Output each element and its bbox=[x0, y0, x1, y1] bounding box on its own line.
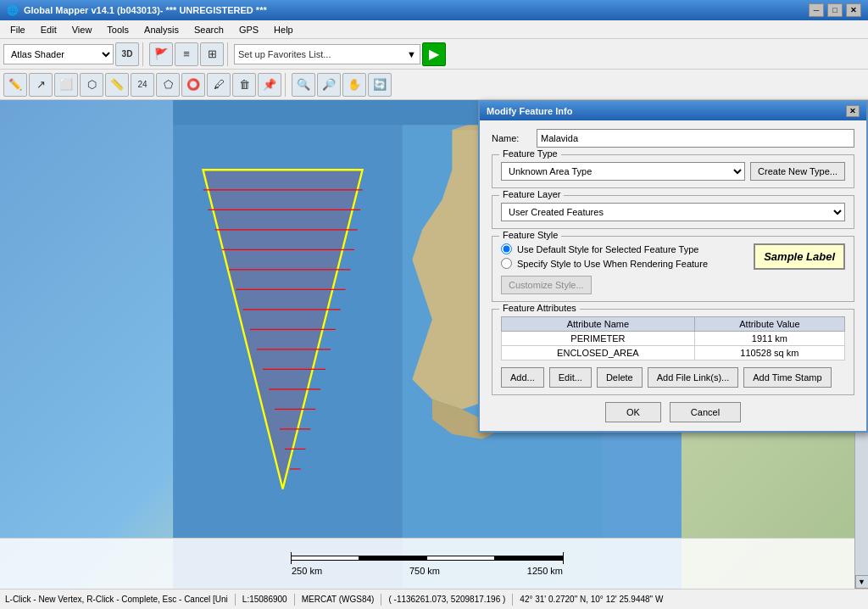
status-sep-4 bbox=[512, 594, 513, 606]
tb-polygon-tool[interactable]: ⬠ bbox=[156, 73, 180, 97]
dialog-title: Modify Feature Info bbox=[487, 106, 572, 116]
radio-custom-style-label: Specify Style to Use When Rendering Feat… bbox=[517, 259, 708, 269]
feature-attributes-group-label: Feature Attributes bbox=[499, 303, 580, 313]
toolbar-row-1: ✏️ ↗ ⬜ ⬡ 📏 24 ⬠ ⭕ 🖊 🗑 📌 🔍 🔎 ✋ 🔄 bbox=[0, 70, 868, 100]
add-attribute-button[interactable]: Add... bbox=[501, 367, 544, 388]
feature-type-group: Feature Type Unknown Area Type Create Ne… bbox=[492, 154, 854, 188]
radio-default-style-label: Use Default Style for Selected Feature T… bbox=[517, 244, 698, 254]
radio-custom-style[interactable] bbox=[501, 258, 512, 269]
ok-cancel-row: OK Cancel bbox=[492, 402, 854, 422]
menu-file[interactable]: File bbox=[3, 23, 32, 36]
add-time-stamp-button[interactable]: Add Time Stamp bbox=[743, 367, 831, 388]
close-button[interactable]: ✕ bbox=[846, 3, 861, 17]
feature-layer-row: User Created Features bbox=[501, 203, 845, 221]
attr-value-1: 1911 km bbox=[694, 332, 844, 346]
tb-marker-tool[interactable]: 📌 bbox=[258, 73, 281, 97]
dialog-title-bar: Modify Feature Info ✕ bbox=[480, 102, 866, 120]
tb-circle-tool[interactable]: ⭕ bbox=[181, 73, 205, 97]
feature-layer-group: Feature Layer User Created Features bbox=[492, 195, 854, 229]
menu-gps[interactable]: GPS bbox=[232, 23, 265, 36]
status-coords: ( -1136261.073, 5209817.196 ) bbox=[388, 595, 505, 604]
app-title: Global Mapper v14.1 (b043013)- *** UNREG… bbox=[24, 5, 267, 15]
table-row: PERIMETER 1911 km bbox=[502, 332, 845, 346]
customize-style-button[interactable]: Customize Style... bbox=[501, 276, 592, 294]
status-bar: L-Click - New Vertex, R-Click - Complete… bbox=[0, 589, 868, 609]
tb-paint-tool[interactable]: 🖊 bbox=[207, 73, 231, 97]
radio-row-1: Use Default Style for Selected Feature T… bbox=[501, 243, 738, 254]
scale-bar: 250 km 750 km 1250 km bbox=[0, 538, 854, 589]
attributes-table: Attribute Name Attribute Value PERIMETER… bbox=[501, 316, 845, 360]
name-input[interactable] bbox=[537, 129, 854, 148]
menu-search[interactable]: Search bbox=[187, 23, 231, 36]
toolbar-separator-2 bbox=[227, 42, 231, 66]
tb-select-tool[interactable]: ✏️ bbox=[3, 73, 27, 97]
feature-type-row: Unknown Area Type Create New Type... bbox=[501, 162, 845, 181]
tb-measure-tool[interactable]: 📏 bbox=[105, 73, 129, 97]
attr-col-value-header: Attribute Value bbox=[694, 317, 844, 332]
feature-type-combo[interactable]: Unknown Area Type bbox=[501, 162, 745, 181]
create-new-type-button[interactable]: Create New Type... bbox=[750, 162, 845, 181]
delete-attribute-button[interactable]: Delete bbox=[597, 367, 643, 388]
sample-label-box: Sample Label bbox=[754, 243, 845, 270]
menu-edit[interactable]: Edit bbox=[34, 23, 64, 36]
attr-name-1: PERIMETER bbox=[502, 332, 695, 346]
feature-attributes-group: Feature Attributes Attribute Name Attrib… bbox=[492, 309, 854, 395]
tb-rotate-tool[interactable]: 🔄 bbox=[368, 73, 392, 97]
tb-number-tool[interactable]: 24 bbox=[131, 73, 154, 97]
dialog-close-button[interactable]: ✕ bbox=[846, 105, 860, 117]
favorites-label: Set up Favorites List... bbox=[238, 49, 403, 59]
favorites-dropdown-icon[interactable]: ▼ bbox=[407, 49, 416, 59]
tb-pan-tool[interactable]: ✋ bbox=[342, 73, 366, 97]
tb-edit-tool[interactable]: ↗ bbox=[29, 73, 53, 97]
status-scale: L:15086900 bbox=[242, 595, 287, 604]
tb-3d-button[interactable]: 3D bbox=[115, 42, 139, 66]
play-button[interactable]: ▶ bbox=[422, 42, 446, 66]
name-field-row: Name: bbox=[492, 129, 854, 148]
tb-erase-tool[interactable]: 🗑 bbox=[232, 73, 256, 97]
attr-name-2: ENCLOSED_AREA bbox=[502, 346, 695, 360]
menu-help[interactable]: Help bbox=[267, 23, 300, 36]
tb-zoom-out[interactable]: 🔎 bbox=[317, 73, 341, 97]
menu-tools[interactable]: Tools bbox=[100, 23, 136, 36]
scale-label-2: 750 km bbox=[409, 566, 440, 576]
feature-style-radios: Use Default Style for Selected Feature T… bbox=[501, 243, 738, 294]
toolbar-separator-3 bbox=[285, 73, 288, 97]
ok-button[interactable]: OK bbox=[605, 402, 661, 422]
scroll-down-button[interactable]: ▼ bbox=[855, 575, 869, 589]
status-latlon: 42° 31' 0.2720" N, 10° 12' 25.9448" W bbox=[520, 595, 663, 604]
tb-area-tool[interactable]: ⬜ bbox=[54, 73, 78, 97]
attr-value-2: 110528 sq km bbox=[694, 346, 844, 360]
tb-zoom-in[interactable]: 🔍 bbox=[292, 73, 315, 97]
radio-default-style[interactable] bbox=[501, 243, 512, 254]
restore-button[interactable]: □ bbox=[827, 3, 843, 17]
tb-line-tool[interactable]: ⬡ bbox=[80, 73, 103, 97]
feature-layer-group-label: Feature Layer bbox=[499, 189, 564, 199]
main-area: 250 km 750 km 1250 km ▲ ▼ Modify Feature… bbox=[0, 100, 868, 589]
feature-style-inner: Use Default Style for Selected Feature T… bbox=[501, 243, 845, 294]
dialog-content: Name: Feature Type Unknown Area Type Cre… bbox=[480, 120, 866, 431]
feature-type-group-label: Feature Type bbox=[499, 148, 561, 159]
tb-flag-button[interactable]: 🚩 bbox=[149, 42, 173, 66]
shader-combo[interactable]: Atlas Shader bbox=[3, 44, 114, 64]
status-proj: MERCAT (WGS84) bbox=[302, 595, 375, 604]
app-icon: 🌐 bbox=[7, 5, 19, 16]
menu-view[interactable]: View bbox=[65, 23, 99, 36]
add-file-link-button[interactable]: Add File Link(s)... bbox=[648, 367, 739, 388]
status-action: L-Click - New Vertex, R-Click - Complete… bbox=[5, 595, 228, 604]
cancel-button[interactable]: Cancel bbox=[670, 402, 741, 422]
scale-labels: 250 km 750 km 1250 km bbox=[292, 566, 563, 576]
minimize-button[interactable]: ─ bbox=[809, 3, 824, 17]
title-bar-controls[interactable]: ─ □ ✕ bbox=[809, 3, 861, 17]
scale-label-1: 250 km bbox=[292, 566, 322, 576]
title-bar-left: 🌐 Global Mapper v14.1 (b043013)- *** UNR… bbox=[7, 5, 267, 16]
scale-label-3: 1250 km bbox=[527, 566, 563, 576]
feature-style-group: Feature Style Use Default Style for Sele… bbox=[492, 236, 854, 302]
tb-grid-button[interactable]: ⊞ bbox=[200, 42, 224, 66]
tb-layers-button[interactable]: ≡ bbox=[175, 42, 198, 66]
favorites-combo[interactable]: Set up Favorites List... ▼ bbox=[234, 44, 420, 64]
feature-layer-combo[interactable]: User Created Features bbox=[501, 203, 845, 221]
edit-attribute-button[interactable]: Edit... bbox=[549, 367, 592, 388]
attr-col-name-header: Attribute Name bbox=[502, 317, 695, 332]
menu-analysis[interactable]: Analysis bbox=[137, 23, 186, 36]
modify-feature-dialog: Modify Feature Info ✕ Name: Feature Type… bbox=[478, 100, 868, 433]
